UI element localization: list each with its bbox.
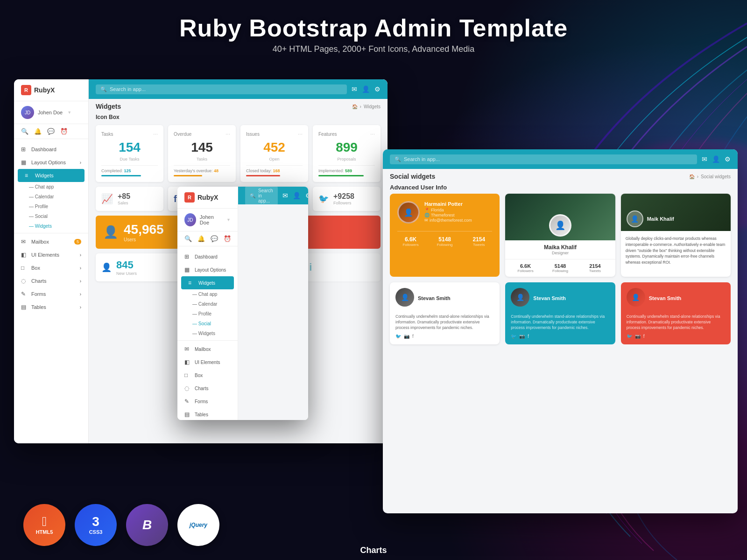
search-bar[interactable]: 🔍 Search in app... (96, 84, 347, 94)
sidebar2-tables[interactable]: ▤ Tables (177, 408, 238, 420)
tasks-box: Tasks ··· 154 Due Tasks Completed: 125 (96, 125, 163, 182)
sidebar-quick-icons-2: 🔍 🔔 💬 ⏰ (177, 231, 238, 246)
sidebar2-social[interactable]: — Social (177, 319, 238, 329)
sidebar-item-mailbox[interactable]: ✉ Mailbox 5 (14, 235, 88, 248)
gear-icon-topbar[interactable]: ⚙ (374, 85, 381, 93)
sidebar2-ui[interactable]: ◧ UI Elements (177, 356, 238, 369)
chat-icon[interactable]: 💬 (47, 128, 55, 135)
bell-icon-2[interactable]: 🔔 (197, 235, 205, 242)
issues-menu-icon[interactable]: ··· (298, 131, 303, 137)
stevan-red: 👤 Stevan Smith Continually underwhelm st… (621, 282, 731, 344)
sidebar-item-tables[interactable]: ▤ Tables › (14, 301, 88, 314)
maika-img: 👤 (505, 194, 615, 240)
maika-stats: 6.6K Followers 5148 Following 2154 Tweet… (505, 259, 615, 277)
stevan-social-plain: 🐦 📷 f (395, 334, 494, 339)
admin-window-second: R RubyX JD Johen Doe ▼ 🔍 🔔 💬 ⏰ ⊞ Dashboa… (177, 187, 308, 420)
mail-icon-right[interactable]: ✉ (702, 155, 707, 163)
search-icon-2[interactable]: 🔍 (184, 235, 192, 242)
widgets-icon: ≡ (25, 172, 31, 179)
sidebar-subitem-chat[interactable]: — Chat app (14, 182, 88, 192)
sidebar2-box[interactable]: □ Box (177, 369, 238, 382)
twitter-icon-teal[interactable]: 🐦 (511, 334, 516, 339)
sidebar-item-charts[interactable]: ◌ Charts › (14, 274, 88, 287)
sidebar-item-box[interactable]: □ Box › (14, 261, 88, 274)
instagram-icon-red[interactable]: 📷 (635, 334, 641, 339)
sidebar-item-widgets[interactable]: ≡ Widgets (18, 169, 85, 182)
facebook-icon-red[interactable]: f (643, 334, 645, 339)
sidebar-item-label: UI Elements (31, 252, 59, 258)
sidebar2-profile[interactable]: — Profile (177, 309, 238, 319)
forms-icon-2: ✎ (184, 398, 191, 405)
trend-up-icon: 📈 (101, 193, 113, 204)
mfo-count: 5148 (546, 263, 575, 269)
instagram-icon-plain[interactable]: 📷 (404, 334, 409, 339)
sidebar-item-layout[interactable]: ▦ Layout Options › (14, 156, 88, 169)
stat-card-followers: 🐦 +9258 Followers (313, 187, 381, 211)
clock-icon-2[interactable]: ⏰ (224, 235, 231, 242)
label: Charts (195, 386, 208, 391)
topbar-left: 🔍 Search in app... ✉ 👤 ⚙ (89, 79, 388, 99)
followers-label: Followers (397, 243, 424, 247)
sidebar2-widgets-sub[interactable]: — Widgets (177, 329, 238, 338)
tasks-progress (101, 175, 141, 176)
topbar-right: 🔍 Search in app... ✉ 👤 ⚙ (383, 149, 738, 169)
gear-icon-right[interactable]: ⚙ (725, 155, 731, 163)
sidebar2-chat[interactable]: — Chat app (177, 289, 238, 299)
facebook-icon-plain[interactable]: f (412, 334, 414, 339)
avatar-2: JD (184, 213, 196, 226)
instagram-icon-teal[interactable]: 📷 (519, 334, 525, 339)
sidebar2-dashboard[interactable]: ⊞ Dashboard (177, 250, 238, 263)
mail-icon-2[interactable]: ✉ (282, 192, 288, 199)
mail-icon-topbar[interactable]: ✉ (352, 85, 357, 93)
facebook-icon-teal[interactable]: f (528, 334, 529, 339)
sidebar-item-label: Dashboard (31, 147, 56, 152)
sidebar2-widgets[interactable]: ≡ Widgets (181, 276, 234, 289)
issues-label: Issues (246, 132, 260, 137)
search-bar-2[interactable]: 🔍 Search in app... (245, 187, 278, 205)
mailbox-icon-2: ✉ (184, 346, 191, 352)
sidebar-item-forms[interactable]: ✎ Forms › (14, 287, 88, 301)
dashboard-icon: ⊞ (21, 146, 28, 153)
stevan-name-red: Stevan Smith (649, 295, 682, 301)
tweets-label: Tweets (465, 243, 492, 247)
sidebar2-forms[interactable]: ✎ Forms (177, 395, 238, 408)
label: UI Elements (195, 360, 220, 365)
gear-icon-2[interactable]: ⚙ (305, 192, 308, 199)
tasks-menu-icon[interactable]: ··· (153, 131, 158, 137)
sidebar-nav-second: ⊞ Dashboard ▦ Layout Options ≡ Widgets —… (177, 246, 238, 420)
user-icon-topbar[interactable]: 👤 (362, 85, 370, 93)
twitter-icon-red[interactable]: 🐦 (627, 334, 632, 339)
clock-icon[interactable]: ⏰ (60, 128, 68, 135)
features-menu-icon[interactable]: ··· (370, 131, 375, 137)
sidebar-logo: R RubyX (14, 79, 88, 101)
sidebar-item-ui[interactable]: ◧ UI Elements › (14, 248, 88, 261)
harmaini-location: 📍 Florida (424, 208, 472, 212)
bell-icon[interactable]: 🔔 (34, 128, 42, 135)
home-icon-right: 🏠 (689, 174, 695, 179)
user-icon-2[interactable]: 👤 (293, 192, 301, 199)
twitter-icon: 🐦 (318, 194, 329, 204)
user-icon-right[interactable]: 👤 (712, 155, 720, 163)
sidebar2-layout[interactable]: ▦ Layout Options (177, 263, 238, 276)
sidebar2-mailbox[interactable]: ✉ Mailbox (177, 343, 238, 356)
label: Forms (195, 399, 208, 404)
search-icon-topbar: 🔍 (100, 86, 107, 92)
tasks-footer: Completed: 125 (101, 165, 158, 173)
sidebar-item-dashboard[interactable]: ⊞ Dashboard (14, 143, 88, 156)
social-page-title: Social widgets (390, 173, 435, 180)
features-number: 899 (318, 140, 375, 155)
sidebar-username: Johen Doe (38, 110, 63, 115)
search-bar-right[interactable]: 🔍 Search in app... (390, 154, 697, 164)
twitter-icon-plain[interactable]: 🐦 (395, 334, 401, 339)
sidebar2-charts[interactable]: ◌ Charts (177, 382, 238, 395)
sidebar2-calendar[interactable]: — Calendar (177, 299, 238, 309)
sidebar-subitem-widgets[interactable]: — Widgets (14, 221, 88, 231)
page-header: Ruby Bootstrap Admin Template 40+ HTML P… (0, 0, 747, 61)
overdue-menu-icon[interactable]: ··· (226, 131, 230, 137)
user-card-maika: 👤 Maika Khalif Designer 6.6K Followers (505, 194, 615, 277)
sidebar-subitem-social[interactable]: — Social (14, 211, 88, 221)
search-icon[interactable]: 🔍 (21, 128, 28, 135)
sidebar-subitem-profile[interactable]: — Profile (14, 202, 88, 211)
sidebar-subitem-calendar[interactable]: — Calendar (14, 192, 88, 202)
chat-icon-2[interactable]: 💬 (211, 235, 218, 242)
